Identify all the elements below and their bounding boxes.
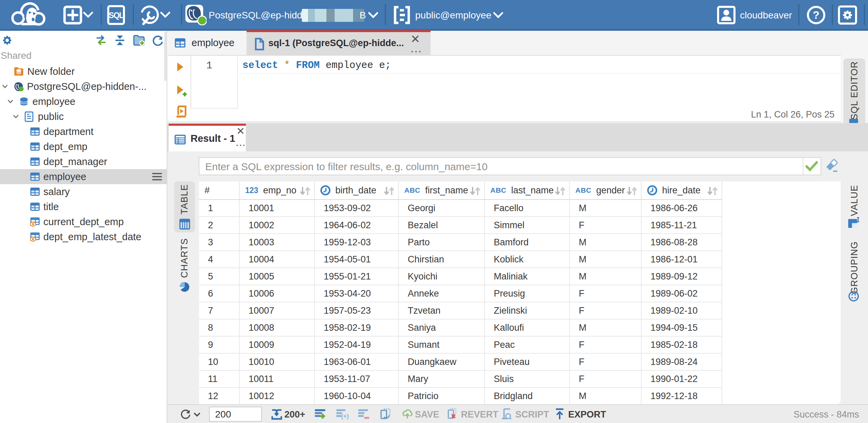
svg-text:(+): (+)	[341, 413, 349, 420]
svg-text:?: ?	[813, 9, 820, 21]
svg-text:SQL: SQL	[109, 11, 124, 20]
